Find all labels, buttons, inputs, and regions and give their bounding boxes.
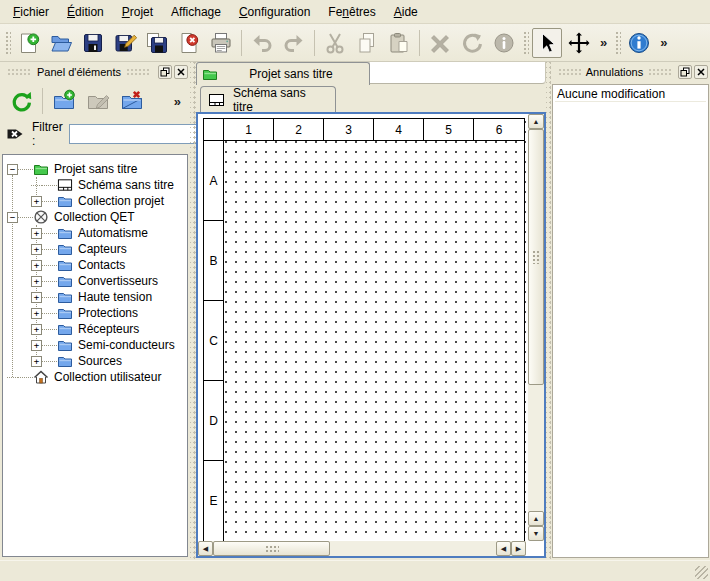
schema-sheet-icon	[208, 92, 225, 108]
vertical-scroll-thumb[interactable]	[528, 129, 544, 385]
toolbar-drag-handle[interactable]	[522, 30, 529, 56]
save-as-button[interactable]	[110, 28, 140, 58]
menu-fichier[interactable]: Fichier	[4, 1, 58, 23]
tree-item-label: Sources	[78, 354, 122, 368]
undo-list-item[interactable]: Aucune modification	[555, 86, 706, 102]
clear-filter-icon[interactable]	[6, 125, 24, 143]
scroll-up-button[interactable]: ▲	[528, 511, 544, 526]
save-button[interactable]	[78, 28, 108, 58]
window-resize-grip[interactable]	[695, 566, 708, 579]
menu-fentres[interactable]: Fenêtres	[319, 1, 384, 23]
tree-item-collection-qet[interactable]: −Collection QET	[3, 209, 187, 225]
diagram-properties-button[interactable]	[624, 28, 654, 58]
new-document-button[interactable]	[14, 28, 44, 58]
scroll-down-button[interactable]: ▼	[528, 526, 544, 541]
sheet-column-header: 1	[224, 119, 274, 141]
undo-icon	[250, 31, 274, 55]
tree-item-r-cepteurs[interactable]: +Récepteurs	[3, 321, 187, 337]
reload-collections-button[interactable]	[5, 85, 37, 117]
blue-folder-icon	[57, 241, 73, 257]
status-bar	[0, 560, 710, 581]
home-icon	[33, 369, 49, 385]
new-category-button[interactable]	[48, 85, 80, 117]
tab-schema[interactable]: Schéma sans titre	[200, 86, 336, 112]
tree-connector	[42, 201, 57, 202]
tree-item-haute-tension[interactable]: +Haute tension	[3, 289, 187, 305]
project-tab-label: Projet sans titre	[218, 67, 364, 81]
toolbar-overflow-button[interactable]: »	[169, 94, 186, 109]
tree-rows: −Projet sans titreSchéma sans titre+Coll…	[3, 155, 187, 385]
dock-close-button[interactable]	[174, 65, 188, 79]
collapse-toggle[interactable]: −	[7, 212, 18, 223]
close-document-button[interactable]	[174, 28, 204, 58]
diagram-canvas[interactable]: 123456ABCDE	[198, 114, 526, 541]
tree-item-contacts[interactable]: +Contacts	[3, 257, 187, 273]
tree-item-label: Capteurs	[78, 242, 127, 256]
undo-panel-titlebar[interactable]: Annulations	[551, 63, 710, 81]
expand-toggle[interactable]: +	[31, 244, 42, 255]
collapse-toggle[interactable]: −	[7, 164, 18, 175]
expand-toggle[interactable]: +	[31, 196, 42, 207]
blue-folder-icon	[57, 273, 73, 289]
vertical-scrollbar[interactable]: ▲ ▲ ▼	[528, 114, 544, 541]
save-all-icon	[145, 31, 169, 55]
schema-tabbar: Schéma sans titre	[196, 85, 546, 112]
toolbar-drag-handle[interactable]	[614, 30, 621, 56]
toolbar-drag-handle[interactable]	[4, 30, 11, 56]
expand-toggle[interactable]: +	[31, 356, 42, 367]
tree-connector	[42, 361, 57, 362]
menu-configuration[interactable]: Configuration	[230, 1, 319, 23]
menu-dition[interactable]: Édition	[58, 1, 113, 23]
tree-item-sch-ma-sans-titre[interactable]: Schéma sans titre	[3, 177, 187, 193]
blue-folder-icon	[57, 289, 73, 305]
tree-item-semi-conducteurs[interactable]: +Semi-conducteurs	[3, 337, 187, 353]
copy-button	[352, 28, 382, 58]
delete-category-button[interactable]	[116, 85, 148, 117]
tree-item-automatisme[interactable]: +Automatisme	[3, 225, 187, 241]
menu-projet[interactable]: Projet	[113, 1, 162, 23]
tree-item-label: Projet sans titre	[54, 162, 137, 176]
tree-item-sources[interactable]: +Sources	[3, 353, 187, 369]
horizontal-scrollbar[interactable]: ◀ ◀ ▶	[198, 541, 526, 556]
dock-float-button[interactable]	[158, 65, 172, 79]
tree-item-capteurs[interactable]: +Capteurs	[3, 241, 187, 257]
tree-item-collection-utilisateur[interactable]: Collection utilisateur	[3, 369, 187, 385]
thumb-grip	[532, 250, 540, 264]
scroll-right-button[interactable]: ▶	[511, 541, 526, 556]
menu-aide[interactable]: Aide	[385, 1, 427, 23]
copy-icon	[355, 31, 379, 55]
tree-item-convertisseurs[interactable]: +Convertisseurs	[3, 273, 187, 289]
select-mode-button[interactable]	[532, 28, 562, 58]
menu-affichage[interactable]: Affichage	[162, 1, 230, 23]
expand-toggle[interactable]: +	[31, 308, 42, 319]
close-icon	[696, 67, 706, 77]
open-folder-icon	[49, 31, 73, 55]
dock-float-button[interactable]	[678, 65, 692, 79]
scroll-left-button[interactable]: ◀	[496, 541, 511, 556]
scroll-up-button[interactable]: ▲	[528, 114, 544, 129]
save-as-icon	[113, 31, 137, 55]
expand-toggle[interactable]: +	[31, 260, 42, 271]
expand-toggle[interactable]: +	[31, 340, 42, 351]
toolbar-overflow-button[interactable]: »	[595, 35, 612, 50]
toolbar-separator	[419, 30, 420, 56]
expand-toggle[interactable]: +	[31, 276, 42, 287]
horizontal-scroll-thumb[interactable]	[213, 541, 330, 556]
save-all-button[interactable]	[142, 28, 172, 58]
tab-project[interactable]: Projet sans titre	[196, 62, 370, 85]
tree-item-collection-projet[interactable]: +Collection projet	[3, 193, 187, 209]
dock-close-button[interactable]	[694, 65, 708, 79]
schema-tab-label: Schéma sans titre	[233, 86, 328, 114]
expand-toggle[interactable]: +	[31, 292, 42, 303]
elements-panel-titlebar[interactable]: Panel d'éléments	[0, 63, 190, 81]
move-mode-button[interactable]	[564, 28, 594, 58]
expand-toggle[interactable]: +	[31, 324, 42, 335]
scroll-left-button[interactable]: ◀	[198, 541, 213, 556]
print-button[interactable]	[206, 28, 236, 58]
tree-item-protections[interactable]: +Protections	[3, 305, 187, 321]
toolbar-overflow-button[interactable]: »	[655, 35, 672, 50]
open-document-button[interactable]	[46, 28, 76, 58]
tree-item-projet-sans-titre[interactable]: −Projet sans titre	[3, 161, 187, 177]
file-toolbar	[13, 28, 520, 58]
expand-toggle[interactable]: +	[31, 228, 42, 239]
